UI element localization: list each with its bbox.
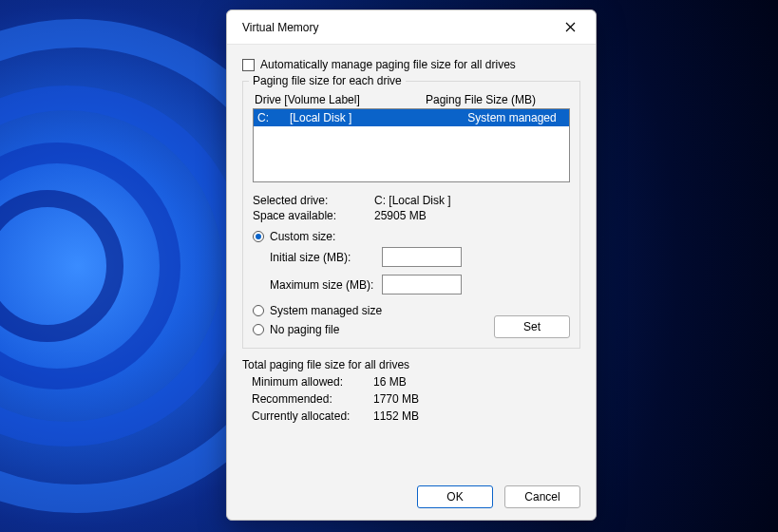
header-drive: Drive [Volume Label] [255,93,426,106]
totals-section: Total paging file size for all drives Mi… [242,358,580,423]
currently-allocated-label: Currently allocated: [252,409,373,423]
drive-list[interactable]: C: [Local Disk ] System managed [253,108,570,182]
recommended-value: 1770 MB [373,392,580,406]
ok-button[interactable]: OK [417,485,493,508]
recommended-label: Recommended: [252,392,373,406]
custom-size-inputs: Initial size (MB): Maximum size (MB): [270,247,570,294]
header-paging-size: Paging File Size (MB) [426,93,536,106]
selected-drive-value: C: [Local Disk ] [374,194,570,207]
dialog-content: Automatically manage paging file size fo… [227,45,596,478]
initial-size-input[interactable] [382,247,462,267]
drive-volume-label: [Local Disk ] [290,111,459,124]
drive-letter: C: [257,111,290,124]
space-available-value: 25905 MB [374,209,570,222]
cancel-button[interactable]: Cancel [504,485,580,508]
checkbox-box [242,59,255,71]
close-icon [565,22,576,32]
dialog-footer: OK Cancel [227,478,596,520]
selected-drive-info: Selected drive: C: [Local Disk ] Space a… [253,194,570,222]
radio-custom-label: Custom size: [270,230,335,243]
space-available-label: Space available: [253,209,374,222]
paging-per-drive-group: Paging file size for each drive Drive [V… [242,81,580,349]
drive-row[interactable]: C: [Local Disk ] System managed [254,109,569,126]
currently-allocated-value: 1152 MB [373,409,580,423]
set-button[interactable]: Set [494,315,570,338]
radio-system-label: System managed size [270,304,382,317]
radio-dot [253,231,264,242]
auto-manage-checkbox[interactable]: Automatically manage paging file size fo… [242,58,580,71]
virtual-memory-dialog: Virtual Memory Automatically manage pagi… [226,10,597,521]
maximum-size-label: Maximum size (MB): [270,278,382,292]
totals-legend: Total paging file size for all drives [242,358,580,371]
dialog-title: Virtual Memory [242,21,554,34]
initial-size-label: Initial size (MB): [270,251,382,264]
selected-drive-label: Selected drive: [253,194,374,207]
radio-none-label: No paging file [270,323,339,336]
drive-list-header: Drive [Volume Label] Paging File Size (M… [253,91,570,108]
auto-manage-label: Automatically manage paging file size fo… [260,58,516,71]
title-bar: Virtual Memory [227,10,596,45]
close-button[interactable] [554,14,586,41]
radio-dot [253,305,264,316]
minimum-allowed-value: 16 MB [373,375,580,389]
group-legend: Paging file size for each drive [249,74,406,87]
radio-dot [253,324,264,335]
maximum-size-input[interactable] [382,275,462,294]
desktop-background: Virtual Memory Automatically manage pagi… [0,0,778,532]
minimum-allowed-label: Minimum allowed: [252,375,373,389]
radio-custom-size[interactable]: Custom size: [253,230,570,243]
drive-paging-value: System managed [459,111,565,124]
